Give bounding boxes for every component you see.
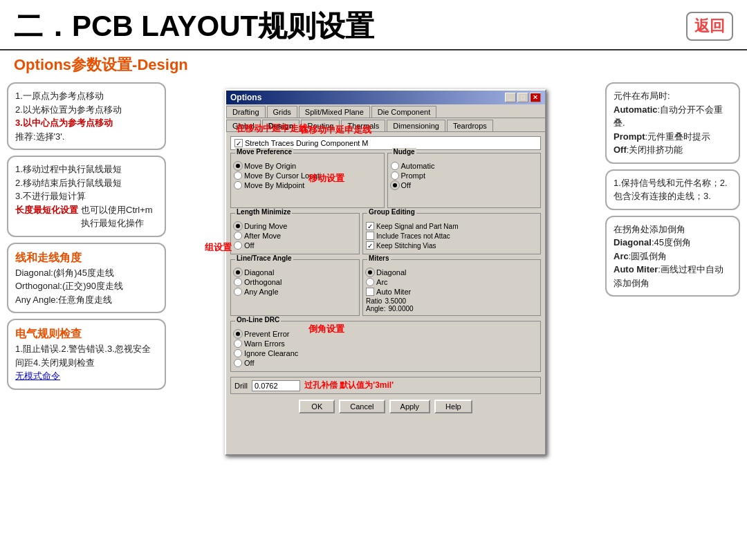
drc-prevent-radio[interactable] — [234, 330, 242, 338]
rbox1-line4: Off:关闭排挤功能 — [614, 143, 732, 157]
group-stitch-chk[interactable] — [366, 241, 374, 250]
line-trace-angle-box: Line/Trace Angle Diagonal Orthogonal — [230, 259, 360, 316]
minimize-button[interactable]: _ — [505, 93, 516, 102]
maximize-button[interactable]: □ — [517, 93, 528, 102]
length-during-move[interactable]: During Move — [234, 222, 356, 230]
left-column: 1.一原点为参考点移动 2.以光标位置为参考点移动 3.以中心点为参考点移动 推… — [7, 82, 166, 547]
drc-link[interactable]: 无模式命令 — [15, 369, 158, 383]
nudge-prompt-radio[interactable] — [391, 171, 399, 180]
angle-label: 线和走线角度 — [15, 250, 158, 266]
length-off[interactable]: Off — [234, 241, 356, 250]
left-box-2-line3: 3.不进行最短计算 — [15, 189, 158, 203]
drc-section-row: On-Line DRC Prevent Error Warn Errors — [230, 321, 541, 374]
annotation-stretch: 在移动中延申走线 — [299, 124, 371, 136]
dialog-title: Options — [230, 93, 261, 102]
tab-design[interactable]: Design — [262, 120, 300, 131]
tab-dimensioning[interactable]: Dimensioning — [387, 120, 445, 131]
miter-auto[interactable]: Auto Miter — [366, 288, 537, 296]
drc-ignore-radio[interactable] — [234, 349, 242, 357]
group-signal-chk[interactable] — [366, 222, 374, 230]
left-box-1-line2: 2.以光标位置为参考点移动 — [15, 103, 158, 117]
miter-diagonal[interactable]: Diagonal — [366, 268, 537, 277]
group-keep-signal[interactable]: Keep Signal and Part Nam — [366, 222, 537, 230]
rbox1-line3: Prompt:元件重叠时提示 — [614, 130, 732, 144]
angle-orthogonal[interactable]: Orthogonal — [234, 278, 356, 286]
miter-diagonal-radio[interactable] — [366, 268, 374, 277]
cancel-button[interactable]: Cancel — [339, 400, 385, 413]
length-min-label: 长度最短化设置 — [15, 203, 78, 217]
length-off-radio[interactable] — [234, 241, 242, 250]
stretch-traces-checkbox[interactable] — [234, 139, 243, 147]
tab-drafting[interactable]: Drafting — [226, 106, 266, 118]
drc-ignore[interactable]: Ignore Clearanc — [234, 349, 537, 357]
tab-grids[interactable]: Grids — [267, 106, 297, 118]
group-legend: Group Editing — [367, 208, 416, 216]
rbox3-line4: Auto Miter:画线过程中自动添加倒角 — [614, 263, 732, 290]
length-after-radio[interactable] — [234, 232, 242, 240]
tab-global[interactable]: Global — [226, 120, 261, 131]
rbox2-line1: 1.保持信号线和元件名称；2.包含没有连接的走线；3. — [614, 176, 732, 203]
angle-diagonal[interactable]: Diagonal — [234, 268, 356, 277]
move-by-origin[interactable]: Move By Origin — [234, 162, 381, 170]
move-preference-box: Move Preference Move By Origin Move By C… — [230, 153, 385, 208]
rbox3-line1: 在拐角处添加倒角 — [614, 223, 732, 236]
miter-angle-row: Angle: 90.0000 — [366, 305, 537, 312]
left-box-3: 线和走线角度 Diagonal:(斜角)45度走线 Orthogonal:(正交… — [7, 243, 166, 314]
angle-any-radio[interactable] — [234, 288, 242, 296]
angle-orthogonal: Orthogonal:(正交)90度走线 — [15, 279, 158, 293]
angle-any-angle[interactable]: Any Angle — [234, 288, 356, 296]
group-traces-chk[interactable] — [366, 232, 374, 240]
miter-auto-chk[interactable] — [366, 288, 374, 296]
angle-ortho-radio[interactable] — [234, 278, 242, 286]
page-title: 二．PCB LAYOUT规则设置 — [14, 7, 374, 46]
drill-label: Drill — [234, 382, 248, 390]
drc-prevent[interactable]: Prevent Error — [234, 330, 537, 338]
nudge-legend: Nudge — [392, 148, 416, 156]
drc-off-radio[interactable] — [234, 359, 242, 367]
header: 二．PCB LAYOUT规则设置 返回 — [0, 0, 747, 50]
right-box-3: 在拐角处添加倒角 Diagonal:45度倒角 Arc:圆弧倒角 Auto Mi… — [605, 216, 740, 297]
move-cursor-radio[interactable] — [234, 171, 242, 180]
angle-diagonal-radio[interactable] — [234, 268, 242, 277]
back-button[interactable]: 返回 — [686, 12, 733, 41]
drc-legend: On-Line DRC — [235, 316, 281, 324]
miter-arc-radio[interactable] — [366, 278, 374, 286]
nudge-off[interactable]: Off — [391, 181, 538, 189]
drill-annotation: 过孔补偿 默认值为'3mil' — [304, 380, 394, 391]
length-legend: Length Minimize — [235, 208, 292, 216]
move-by-midpoint[interactable]: Move By Midpoint — [234, 181, 381, 189]
tab-split-mixed[interactable]: Split/Mixed Plane — [299, 106, 370, 118]
move-midpoint-radio[interactable] — [234, 181, 242, 189]
miter-arc[interactable]: Arc — [366, 278, 537, 286]
nudge-prompt[interactable]: Prompt — [391, 171, 538, 180]
apply-button[interactable]: Apply — [389, 400, 431, 413]
main-area: 1.一原点为参考点移动 2.以光标位置为参考点移动 3.以中心点为参考点移动 推… — [0, 80, 747, 550]
right-box-1: 元件在布局时: Automatic:自动分开不会重叠. Prompt:元件重叠时… — [605, 82, 740, 164]
ok-button[interactable]: OK — [299, 400, 335, 413]
move-by-cursor[interactable]: Move By Cursor Locati — [234, 171, 381, 180]
length-group-row: Length Minimize During Move After Move — [230, 213, 541, 256]
left-box-4: 电气规则检查 1.阻止错误.2.警告错误.3.忽视安全间距4.关闭规则检查 无模… — [7, 319, 166, 390]
drc-warn-radio[interactable] — [234, 339, 242, 348]
angle-any: Any Angle:任意角度走线 — [15, 293, 158, 307]
drill-row: Drill 过孔补偿 默认值为'3mil' — [230, 377, 541, 394]
drc-warn[interactable]: Warn Errors — [234, 339, 537, 348]
group-include-traces[interactable]: Include Traces not Attac — [366, 232, 537, 240]
tab-teardrops[interactable]: Teardrops — [447, 120, 493, 131]
rbox1-line2: Automatic:自动分开不会重叠. — [614, 103, 732, 130]
nudge-automatic-radio[interactable] — [391, 162, 399, 170]
help-button[interactable]: Help — [434, 400, 472, 413]
tab-die-component[interactable]: Die Component — [371, 106, 436, 118]
tab-row-1: Drafting Grids Split/Mixed Plane Die Com… — [226, 104, 545, 118]
drill-input[interactable] — [252, 380, 300, 391]
left-box-1-line3: 3.以中心点为参考点移动 — [15, 116, 158, 130]
nudge-automatic[interactable]: Automatic — [391, 162, 538, 170]
length-after-move[interactable]: After Move — [234, 232, 356, 240]
left-box-2: 1.移动过程中执行鼠线最短 2.移动结束后执行鼠线最短 3.不进行最短计算 长度… — [7, 156, 166, 237]
nudge-off-radio[interactable] — [391, 181, 399, 189]
move-origin-radio[interactable] — [234, 162, 242, 170]
drc-off[interactable]: Off — [234, 359, 537, 367]
length-during-radio[interactable] — [234, 222, 242, 230]
group-keep-stitching[interactable]: Keep Stitching Vias — [366, 241, 537, 250]
close-button[interactable]: ✕ — [530, 93, 541, 102]
